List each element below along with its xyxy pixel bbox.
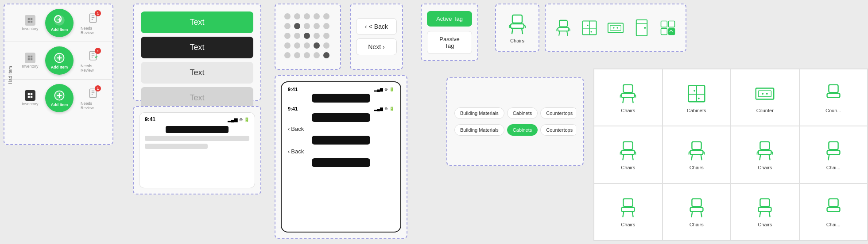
active-tag-button[interactable]: Active Tag xyxy=(427,11,472,27)
chair-grid-label: Chairs xyxy=(758,165,772,170)
svg-line-60 xyxy=(632,155,633,160)
needs-review-button[interactable]: 1 Needs Review xyxy=(81,49,105,72)
svg-rect-81 xyxy=(759,207,771,212)
dot xyxy=(304,52,310,58)
dot xyxy=(323,52,329,58)
chair-icon xyxy=(822,196,845,219)
inventory-icon-group: Inventory xyxy=(22,53,38,69)
category-building-materials-2[interactable]: Building Materials xyxy=(454,124,504,136)
svg-rect-15 xyxy=(31,96,32,98)
svg-rect-18 xyxy=(512,15,522,23)
chair-grid-item-partial[interactable]: Coun... xyxy=(799,69,868,126)
inventory-label: Inventory xyxy=(22,27,38,31)
phone-time-large: 9:41 xyxy=(288,87,298,92)
door-icon-item[interactable] xyxy=(632,18,651,38)
cabinet-icon xyxy=(685,82,708,105)
svg-rect-56 xyxy=(827,93,840,98)
phone-signal-icons: ▂▄▆ ⊛ 🔋 xyxy=(228,117,249,122)
signal-icons: ▂▄▆⊛🔋 xyxy=(374,87,394,92)
status-bar-large: 9:41 ▂▄▆⊛🔋 xyxy=(288,87,394,92)
dots-grid-panel xyxy=(275,4,341,70)
category-cabinets-2-active[interactable]: Cabinets xyxy=(507,124,538,136)
svg-line-82 xyxy=(760,212,761,217)
svg-line-59 xyxy=(623,155,624,160)
chair-grid-item-r2c3[interactable]: Chairs xyxy=(731,126,799,183)
svg-rect-43 xyxy=(622,93,635,98)
chair-grid-item-r3c1[interactable]: Chairs xyxy=(594,183,663,240)
back-button[interactable]: ‹ < Back xyxy=(356,18,397,35)
passive-tag-button[interactable]: Passive Tag xyxy=(427,31,472,54)
chair-grid-item-r2c4[interactable]: Chai... xyxy=(799,126,868,183)
counter-icon xyxy=(753,82,776,105)
dot xyxy=(284,42,291,49)
review-label: Needs Review xyxy=(81,26,105,35)
inventory-row: Inventory Add Item 1 Needs Review xyxy=(4,4,112,42)
chair-grid-item[interactable]: Chairs xyxy=(594,69,663,126)
back-button-large[interactable]: ‹ Back xyxy=(288,126,304,132)
chair-grid-item-r2c1[interactable]: Chairs xyxy=(594,126,663,183)
svg-rect-76 xyxy=(692,199,701,206)
review-label: Needs Review xyxy=(81,101,105,110)
svg-rect-70 xyxy=(827,150,840,155)
status-bar: 9:41 ▂▄▆ ⊛ 🔋 xyxy=(145,116,249,122)
partial-label: Coun... xyxy=(825,108,841,113)
tertiary-button[interactable]: Text xyxy=(141,62,253,84)
disabled-button[interactable]: Text xyxy=(141,87,253,109)
svg-rect-38 xyxy=(661,21,667,27)
dot xyxy=(284,23,291,29)
svg-point-54 xyxy=(766,93,768,95)
dot xyxy=(294,13,300,19)
inventory-icon xyxy=(25,53,35,63)
add-item-button[interactable]: Add Item xyxy=(45,46,74,75)
chair-icon xyxy=(822,139,845,162)
dot xyxy=(304,13,310,19)
inventory-label: Inventory xyxy=(22,64,38,69)
svg-rect-58 xyxy=(622,150,635,155)
phone-large-panel: 9:41 ▂▄▆⊛🔋 9:41 ▂▄▆⊛🔋 ‹ Back xyxy=(275,75,407,239)
next-button[interactable]: Next › xyxy=(356,38,397,55)
needs-review-button[interactable]: 1 Needs Review xyxy=(81,86,105,110)
chair-icon-item[interactable] xyxy=(554,18,573,38)
chair-grid-item-r3c2[interactable]: Chairs xyxy=(663,183,731,240)
cabinet-grid-item[interactable]: Cabinets xyxy=(663,69,731,126)
chair-grid-item-r3c4[interactable]: Chai... xyxy=(799,183,868,240)
svg-line-44 xyxy=(623,97,624,103)
cabinet-icon-item[interactable] xyxy=(580,18,599,38)
add-item-button[interactable]: Add Item xyxy=(45,84,74,112)
dot xyxy=(304,23,310,29)
counter-grid-label: Counter xyxy=(756,108,774,113)
category-countertops-1[interactable]: Countertops xyxy=(540,107,576,119)
dot xyxy=(323,33,329,39)
phone-notch-4 xyxy=(312,158,370,167)
category-countertops-2[interactable]: Countertops xyxy=(540,124,576,136)
secondary-button[interactable]: Text xyxy=(141,37,253,58)
review-icon: 1 xyxy=(86,86,100,100)
phone-content-bar-short xyxy=(145,144,208,149)
tile-icon-item[interactable] xyxy=(658,18,678,38)
back-label: < Back xyxy=(369,23,388,30)
svg-point-50 xyxy=(698,97,700,99)
back-button-large-2[interactable]: ‹ Back xyxy=(288,148,304,155)
dot xyxy=(304,33,310,39)
tags-panel: Active Tag Passive Tag xyxy=(421,4,478,61)
svg-rect-14 xyxy=(28,96,30,98)
chair-grid-item-r3c3[interactable]: Chairs xyxy=(731,183,799,240)
primary-button[interactable]: Text xyxy=(141,11,253,33)
icons-row-panel xyxy=(545,4,686,52)
svg-point-33 xyxy=(613,27,614,28)
category-cabinets-1[interactable]: Cabinets xyxy=(507,107,538,119)
phone-small-panel: 9:41 ▂▄▆ ⊛ 🔋 xyxy=(133,106,261,194)
category-building-materials-1[interactable]: Building Materials xyxy=(454,107,504,119)
svg-rect-0 xyxy=(28,18,30,20)
needs-review-button[interactable]: 1 Needs Review xyxy=(81,11,105,35)
add-item-label: Add Item xyxy=(51,65,68,69)
svg-line-21 xyxy=(522,28,523,34)
dot xyxy=(294,33,300,39)
add-item-button[interactable]: Add Item xyxy=(45,9,74,37)
chair-grid-item-r2c2[interactable]: Chairs xyxy=(663,126,731,183)
counter-grid-item[interactable]: Counter xyxy=(731,69,799,126)
counter-icon-item[interactable] xyxy=(606,18,625,38)
review-icon: 1 xyxy=(86,11,100,25)
dot xyxy=(294,23,300,29)
chair-grid-label: Chairs xyxy=(621,222,635,227)
